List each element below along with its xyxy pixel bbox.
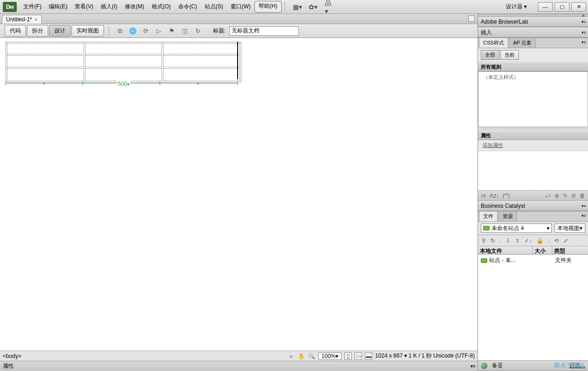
zoom-level[interactable]: 100% ▾	[318, 352, 342, 360]
show-set-icon[interactable]: |**|	[503, 192, 510, 199]
preview-desktop-icon[interactable]: ▬	[365, 352, 372, 360]
title-input[interactable]	[229, 26, 299, 36]
css-all-button[interactable]: 全部	[481, 50, 499, 60]
close-button[interactable]: ✕	[571, 2, 586, 12]
checkout-icon[interactable]: ✓↓	[524, 237, 532, 244]
delete-rule-icon[interactable]: 🗑	[580, 192, 585, 199]
menu-help[interactable]: 帮助(H)	[254, 1, 282, 13]
properties-panel-header[interactable]: 属性 ▾≡	[0, 361, 478, 371]
dock-icon[interactable]	[468, 15, 475, 22]
sort-az-icon[interactable]: Aᴢ↓	[490, 192, 499, 199]
hand-tool-icon[interactable]: ✋	[298, 352, 305, 360]
design-canvas[interactable]: ▾ ▾ ▾ 500▾	[0, 38, 478, 351]
tab-assets[interactable]: 资源	[498, 211, 517, 221]
edit-rule-icon[interactable]: ✎	[563, 192, 568, 199]
css-current-button[interactable]: 当前	[500, 50, 519, 60]
panel-menu-icon[interactable]: ▾≡	[471, 364, 476, 369]
menu-file[interactable]: 文件(F)	[19, 1, 45, 13]
app-logo: Dw	[3, 2, 17, 12]
tab-css-styles[interactable]: CSS样式	[479, 38, 508, 48]
maximize-button[interactable]: ▢	[555, 2, 569, 12]
put-files-icon[interactable]: ⇧	[515, 237, 520, 244]
css-rules-list[interactable]: （未定义样式）	[478, 71, 588, 127]
visual-aids-icon[interactable]: ◫	[180, 26, 189, 36]
expand-icon[interactable]: ⤢	[563, 237, 568, 244]
view-code-button[interactable]: 代码	[5, 25, 26, 37]
menu-site[interactable]: 站点(S)	[201, 1, 227, 13]
table-selection-handle[interactable]	[237, 42, 238, 79]
insert-panel-header[interactable]: 插入▾≡	[478, 27, 588, 38]
col-filename[interactable]: 本地文件	[478, 246, 533, 254]
document-toolbar: 代码 拆分 设计 实时视图 ⧉ 🌐 ⟳ ▷ ⚑ ◫ ↻ 标题:	[0, 24, 478, 38]
files-status-bar: 备妥 日志... 极光下载站	[478, 360, 588, 371]
tag-selector[interactable]: <body>	[3, 353, 21, 359]
preview-tablet-icon[interactable]: ▭	[355, 352, 362, 360]
connect-icon[interactable]: ⚲	[482, 237, 486, 244]
sync-icon[interactable]: ⟲	[554, 237, 559, 244]
toolbar-divider	[109, 26, 109, 36]
css-properties-empty	[478, 151, 588, 190]
panel-menu-icon[interactable]: ▾≡	[582, 40, 586, 45]
all-rules-header: 所有规则	[478, 62, 588, 71]
view-mode-select[interactable]: 本地视图 ▾	[555, 224, 585, 233]
menu-insert[interactable]: 插入(I)	[97, 1, 121, 13]
select-tool-icon[interactable]: ▹	[288, 352, 295, 360]
file-row[interactable]: 站点 - 未... 文件夹	[478, 256, 588, 265]
extensions-icon[interactable]: 品▾	[325, 3, 333, 11]
checkin-icon[interactable]: 🔒	[536, 237, 543, 244]
zoom-tool-icon[interactable]: 🔍	[308, 352, 316, 360]
menu-format[interactable]: 格式(O)	[148, 1, 174, 13]
file-list-header: 本地文件 大小 类型	[478, 246, 588, 255]
menu-window[interactable]: 窗口(W)	[227, 1, 254, 13]
browserlab-panel-header[interactable]: Adobe BrowserLab▾≡	[478, 17, 588, 27]
check-compat-icon[interactable]: ⚑	[167, 26, 176, 36]
minimize-button[interactable]: —	[538, 2, 553, 12]
document-info[interactable]: 1024 x 667 ▾ 1 K / 1 秒 Unicode (UTF-8)	[375, 352, 475, 360]
view-design-button[interactable]: 设计	[49, 25, 71, 37]
panel-menu-icon[interactable]: ▾≡	[582, 213, 586, 218]
table-width-label: 500▾	[117, 81, 130, 87]
preview-phone-icon[interactable]: ▯	[344, 352, 352, 360]
menu-edit[interactable]: 编辑(E)	[45, 1, 71, 13]
panel-resize-handle[interactable]: • • • • • • • • • • • • • • • • •	[478, 127, 588, 131]
menu-commands[interactable]: 命令(C)	[174, 1, 201, 13]
workspace-switcher[interactable]: 设计器 ▾	[501, 1, 531, 12]
document-tab[interactable]: Untitled-1* ×	[2, 15, 42, 24]
col-size[interactable]: 大小	[533, 246, 552, 254]
validate-icon[interactable]: ▷	[154, 26, 163, 36]
view-split-button[interactable]: 拆分	[27, 25, 48, 37]
folder-icon	[483, 226, 490, 230]
gear-icon[interactable]: ✿▾	[309, 3, 317, 11]
panels-column: Adobe BrowserLab▾≡ 插入▾≡ CSS样式 AP 元素 ▾≡ 全…	[478, 14, 588, 371]
tab-ap-elements[interactable]: AP 元素	[509, 38, 536, 48]
menu-view[interactable]: 查看(V)	[71, 1, 97, 13]
multiscreen-icon[interactable]: ⧉	[115, 26, 124, 36]
attach-style-icon[interactable]: ⮐	[545, 192, 551, 199]
css-panel-tabs: CSS样式 AP 元素 ▾≡	[478, 38, 588, 48]
site-select[interactable]: 未命名站点 4▾	[481, 224, 552, 233]
files-panel-tabs: 文件 资源 ▾≡	[478, 211, 588, 222]
get-files-icon[interactable]: ⇩	[506, 237, 510, 244]
ready-label: 备妥	[492, 362, 503, 370]
new-rule-icon[interactable]: ⊕	[555, 192, 559, 199]
refresh-icon[interactable]: ↻	[193, 26, 202, 36]
tab-files[interactable]: 文件	[479, 211, 498, 221]
add-property-link[interactable]: 添加属性	[478, 140, 588, 151]
show-category-icon[interactable]: ⁞≡	[481, 192, 486, 199]
menu-modify[interactable]: 修改(M)	[121, 1, 148, 13]
view-live-button[interactable]: 实时视图	[71, 25, 104, 37]
refresh-files-icon[interactable]: ↻	[491, 237, 495, 244]
document-area: Untitled-1* × 代码 拆分 设计 实时视图 ⧉ 🌐 ⟳ ▷ ⚑ ◫ …	[0, 14, 478, 371]
document-tab-label: Untitled-1*	[6, 16, 32, 23]
business-catalyst-header[interactable]: Business Catalyst▾≡	[478, 201, 588, 211]
col-type[interactable]: 类型	[552, 246, 588, 254]
layout-icon[interactable]: ▦▾	[293, 3, 302, 11]
file-management-icon[interactable]: ⟳	[141, 26, 150, 36]
globe-icon[interactable]	[481, 363, 487, 369]
browser-preview-icon[interactable]: 🌐	[128, 26, 137, 36]
document-tab-bar: Untitled-1* ×	[0, 14, 478, 24]
disable-rule-icon[interactable]: ⊘	[571, 192, 576, 199]
file-list[interactable]: 站点 - 未... 文件夹	[478, 255, 588, 360]
close-tab-icon[interactable]: ×	[35, 17, 38, 22]
canvas-table[interactable]	[6, 42, 241, 83]
